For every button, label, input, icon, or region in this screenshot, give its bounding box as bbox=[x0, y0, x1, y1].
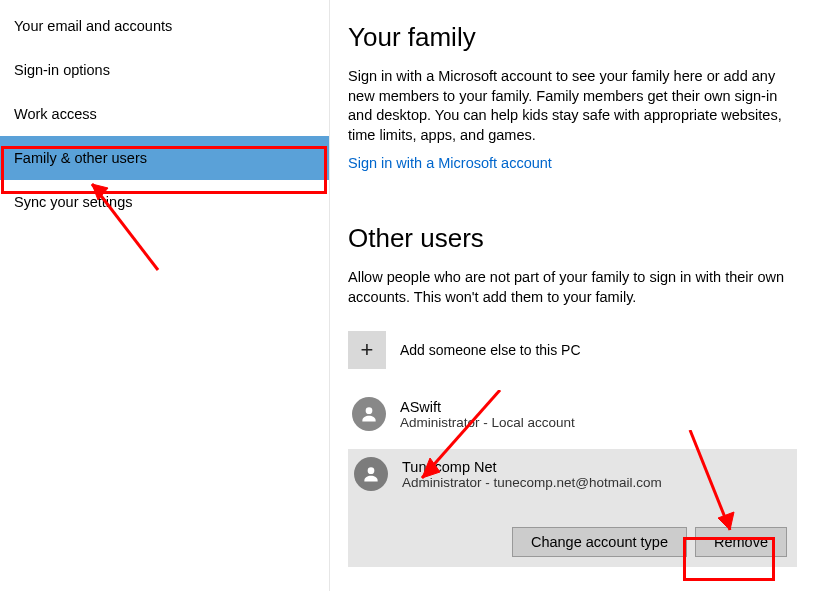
svg-point-0 bbox=[366, 408, 373, 415]
user-row[interactable]: ASwift Administrator - Local account bbox=[348, 389, 797, 439]
svg-point-1 bbox=[368, 468, 375, 475]
other-users-title: Other users bbox=[348, 223, 797, 254]
remove-button[interactable]: Remove bbox=[695, 527, 787, 557]
user-actions: Change account type Remove bbox=[354, 527, 791, 557]
user-name: Tunecomp Net bbox=[402, 459, 662, 475]
user-avatar-icon bbox=[352, 397, 386, 431]
sidebar-item-label: Work access bbox=[14, 106, 97, 122]
sidebar-item-work-access[interactable]: Work access bbox=[0, 92, 329, 136]
user-subline: Administrator - tunecomp.net@hotmail.com bbox=[402, 475, 662, 490]
user-name: ASwift bbox=[400, 399, 575, 415]
user-text: Tunecomp Net Administrator - tunecomp.ne… bbox=[402, 459, 662, 490]
signin-microsoft-link[interactable]: Sign in with a Microsoft account bbox=[348, 155, 552, 171]
add-user-button[interactable]: + Add someone else to this PC bbox=[348, 325, 797, 375]
other-users-desc: Allow people who are not part of your fa… bbox=[348, 268, 788, 307]
sidebar-item-label: Sync your settings bbox=[14, 194, 132, 210]
user-row-selected[interactable]: Tunecomp Net Administrator - tunecomp.ne… bbox=[348, 449, 797, 567]
family-desc: Sign in with a Microsoft account to see … bbox=[348, 67, 788, 145]
change-account-type-button[interactable]: Change account type bbox=[512, 527, 687, 557]
sidebar-item-label: Sign-in options bbox=[14, 62, 110, 78]
sidebar-item-label: Family & other users bbox=[14, 150, 147, 166]
user-text: ASwift Administrator - Local account bbox=[400, 399, 575, 430]
user-avatar-icon bbox=[354, 457, 388, 491]
sidebar-item-signin-options[interactable]: Sign-in options bbox=[0, 48, 329, 92]
content-pane: Your family Sign in with a Microsoft acc… bbox=[330, 0, 817, 591]
sidebar-item-family-other-users[interactable]: Family & other users bbox=[0, 136, 329, 180]
sidebar-item-email-accounts[interactable]: Your email and accounts bbox=[0, 4, 329, 48]
sidebar-item-label: Your email and accounts bbox=[14, 18, 172, 34]
family-title: Your family bbox=[348, 22, 797, 53]
sidebar: Your email and accounts Sign-in options … bbox=[0, 0, 330, 591]
sidebar-item-sync-settings[interactable]: Sync your settings bbox=[0, 180, 329, 224]
plus-icon: + bbox=[348, 331, 386, 369]
add-user-label: Add someone else to this PC bbox=[400, 342, 581, 358]
user-subline: Administrator - Local account bbox=[400, 415, 575, 430]
